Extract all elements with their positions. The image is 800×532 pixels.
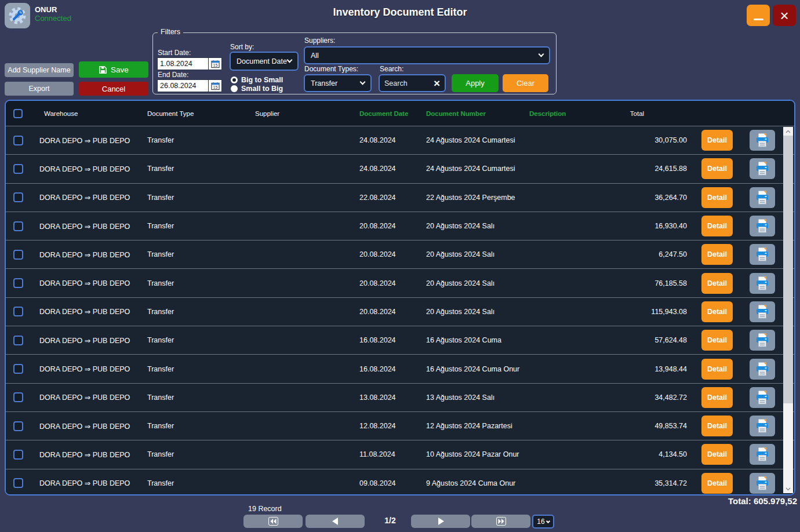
add-supplier-button[interactable]: Add Supplier Name bbox=[5, 63, 74, 77]
print-button[interactable] bbox=[750, 244, 775, 265]
row-checkbox[interactable] bbox=[13, 478, 23, 488]
detail-button[interactable]: Detail bbox=[701, 444, 733, 465]
table-row: DORA DEPO ⇒ PUB DEPO Transfer 16.08.2024… bbox=[6, 326, 794, 354]
row-checkbox[interactable] bbox=[13, 164, 23, 174]
radio-icon[interactable] bbox=[231, 85, 238, 92]
detail-button[interactable]: Detail bbox=[701, 359, 733, 380]
row-checkbox[interactable] bbox=[13, 364, 23, 374]
cell-warehouse: DORA DEPO ⇒ PUB DEPO bbox=[31, 336, 139, 345]
cell-document-date: 24.08.2024 bbox=[351, 165, 421, 173]
print-button[interactable] bbox=[750, 473, 775, 494]
header-description[interactable]: Description bbox=[524, 110, 608, 117]
cell-warehouse: DORA DEPO ⇒ PUB DEPO bbox=[31, 365, 139, 373]
print-button[interactable] bbox=[750, 330, 775, 351]
row-checkbox[interactable] bbox=[13, 250, 23, 260]
cancel-button[interactable]: Cancel bbox=[79, 82, 148, 96]
clear-search-icon[interactable]: × bbox=[434, 78, 440, 89]
apply-button[interactable]: Apply bbox=[452, 74, 499, 92]
cell-warehouse: DORA DEPO ⇒ PUB DEPO bbox=[31, 136, 139, 145]
print-button[interactable] bbox=[750, 187, 775, 208]
detail-button[interactable]: Detail bbox=[701, 216, 733, 236]
cell-total: 36,264.70 bbox=[608, 194, 693, 202]
cell-document-date: 13.08.2024 bbox=[351, 393, 421, 402]
sort-direction-big-to-small[interactable]: Big to Small bbox=[231, 76, 283, 84]
printer-icon bbox=[755, 276, 770, 291]
detail-button[interactable]: Detail bbox=[701, 330, 733, 351]
row-checkbox[interactable] bbox=[13, 278, 23, 288]
scroll-up-icon[interactable] bbox=[783, 127, 793, 136]
suppliers-dropdown[interactable]: All bbox=[304, 46, 550, 64]
detail-button[interactable]: Detail bbox=[701, 130, 733, 151]
print-button[interactable] bbox=[750, 216, 775, 236]
vertical-scrollbar[interactable] bbox=[783, 127, 793, 493]
cell-total: 24,615.88 bbox=[608, 165, 693, 173]
scrollbar-thumb[interactable] bbox=[783, 136, 793, 403]
cell-document-number: 20 Ağustos 2024 Salı bbox=[421, 279, 524, 287]
detail-button[interactable]: Detail bbox=[701, 158, 733, 179]
cell-warehouse: DORA DEPO ⇒ PUB DEPO bbox=[31, 250, 139, 259]
scroll-down-icon[interactable] bbox=[783, 484, 793, 493]
sort-by-dropdown[interactable]: Document Date bbox=[230, 52, 299, 71]
detail-button[interactable]: Detail bbox=[701, 473, 733, 494]
minimize-button[interactable] bbox=[747, 5, 770, 26]
page-size-dropdown[interactable]: 16 bbox=[532, 515, 554, 529]
row-checkbox[interactable] bbox=[13, 392, 23, 402]
close-button[interactable]: × bbox=[773, 5, 796, 26]
start-date-group: 15 bbox=[157, 57, 222, 70]
print-button[interactable] bbox=[750, 387, 775, 408]
start-date-input[interactable] bbox=[157, 57, 209, 70]
export-button[interactable]: Export bbox=[5, 82, 74, 96]
cell-document-number: 13 Ağustos 2024 Salı bbox=[421, 393, 524, 402]
chevron-down-icon bbox=[546, 519, 550, 523]
print-button[interactable] bbox=[750, 301, 775, 322]
header-document-number[interactable]: Document Number bbox=[421, 110, 524, 117]
detail-button[interactable]: Detail bbox=[701, 187, 733, 208]
row-checkbox[interactable] bbox=[13, 192, 23, 202]
print-button[interactable] bbox=[750, 158, 775, 179]
search-input[interactable] bbox=[384, 79, 434, 88]
cell-document-number: 24 Ağustos 2024 Cumartesi bbox=[421, 136, 524, 144]
clear-button[interactable]: Clear bbox=[503, 74, 548, 92]
table-row: DORA DEPO ⇒ PUB DEPO Transfer 20.08.2024… bbox=[6, 240, 794, 268]
row-checkbox[interactable] bbox=[13, 421, 23, 431]
first-page-button[interactable] bbox=[243, 515, 303, 528]
header-document-date[interactable]: Document Date bbox=[351, 110, 421, 117]
cell-total: 6,247.50 bbox=[608, 250, 693, 258]
row-checkbox[interactable] bbox=[13, 307, 23, 316]
print-button[interactable] bbox=[750, 416, 775, 436]
page-title: Inventory Document Editor bbox=[0, 6, 800, 19]
start-date-calendar-button[interactable]: 15 bbox=[209, 57, 222, 70]
print-button[interactable] bbox=[750, 130, 775, 151]
document-types-dropdown[interactable]: Transfer bbox=[304, 74, 372, 92]
detail-button[interactable]: Detail bbox=[701, 416, 733, 436]
last-page-button[interactable] bbox=[471, 515, 530, 528]
select-all-checkbox[interactable] bbox=[13, 109, 23, 118]
end-date-calendar-button[interactable]: 15 bbox=[209, 79, 222, 92]
cell-document-type: Transfer bbox=[139, 479, 247, 487]
printer-icon bbox=[755, 362, 770, 377]
previous-page-button[interactable] bbox=[306, 515, 365, 528]
print-button[interactable] bbox=[750, 359, 775, 380]
row-checkbox[interactable] bbox=[13, 450, 23, 460]
sort-direction-small-to-big[interactable]: Small to Big bbox=[231, 85, 283, 93]
row-checkbox[interactable] bbox=[13, 136, 23, 145]
next-page-button[interactable] bbox=[411, 515, 470, 528]
row-checkbox[interactable] bbox=[13, 221, 23, 231]
radio-icon[interactable] bbox=[231, 76, 238, 83]
print-button[interactable] bbox=[750, 444, 775, 465]
end-date-input[interactable] bbox=[157, 79, 209, 92]
grand-total: Total: 605.979,52 bbox=[728, 496, 797, 506]
record-count: 19 Record bbox=[248, 505, 282, 513]
row-checkbox[interactable] bbox=[13, 336, 23, 345]
cell-document-type: Transfer bbox=[139, 422, 247, 430]
save-button[interactable]: Save bbox=[79, 61, 148, 78]
detail-button[interactable]: Detail bbox=[701, 244, 733, 265]
detail-button[interactable]: Detail bbox=[701, 273, 733, 294]
page-size-value: 16 bbox=[537, 518, 544, 526]
print-button[interactable] bbox=[750, 273, 775, 294]
detail-button[interactable]: Detail bbox=[701, 301, 733, 322]
chevron-down-icon bbox=[360, 79, 366, 85]
table-row: DORA DEPO ⇒ PUB DEPO Transfer 09.08.2024… bbox=[6, 469, 794, 495]
filters-legend: Filters bbox=[158, 28, 183, 36]
detail-button[interactable]: Detail bbox=[701, 387, 733, 408]
